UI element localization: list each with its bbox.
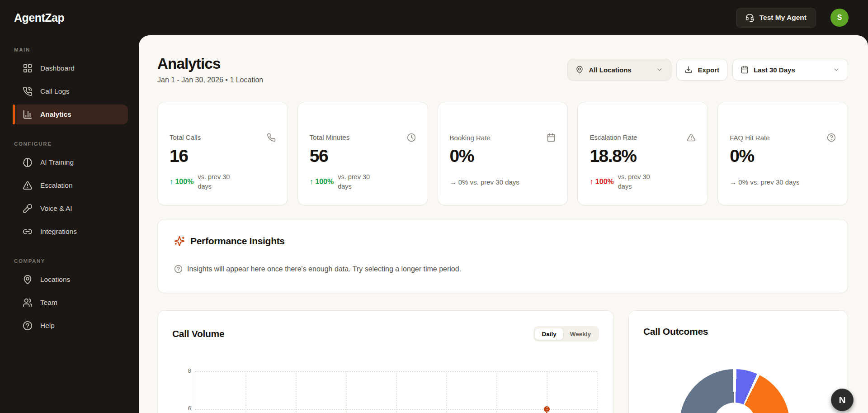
toggle-daily[interactable]: Daily: [535, 328, 563, 340]
page-subtitle: Jan 1 - Jan 30, 2026 • 1 Location: [157, 76, 263, 84]
nextjs-dev-badge[interactable]: N: [831, 389, 854, 411]
sidebar-item-label: Integrations: [40, 228, 77, 236]
plot-area: [195, 371, 597, 413]
stat-card-total-minutes: Total Minutes 56 ↑ 100% vs. prev 30 days: [297, 102, 428, 205]
sidebar-item-ai-training[interactable]: AI Training: [13, 152, 128, 172]
topbar-right: Test My Agent S: [736, 8, 849, 28]
stat-card-total-calls: Total Calls 16 ↑ 100% vs. prev 30 days: [157, 102, 288, 205]
sidebar-item-dashboard[interactable]: Dashboard: [13, 58, 128, 78]
insights-title: Performance Insights: [190, 236, 285, 247]
stat-card-faq-hit-rate: FAQ Hit Rate 0% → 0% vs. prev 30 days: [717, 102, 848, 205]
date-range-dropdown[interactable]: Last 30 Days: [732, 59, 848, 81]
app-logo: AgentZap: [14, 11, 64, 24]
sidebar-item-escalation[interactable]: Escalation: [13, 176, 128, 195]
sidebar-item-call-logs[interactable]: Call Logs: [13, 81, 128, 101]
sidebar-item-help[interactable]: Help: [13, 316, 128, 336]
calendar-icon: [741, 66, 749, 74]
sidebar-item-voice-ai[interactable]: Voice & AI: [13, 199, 128, 218]
alert-triangle-icon: [23, 180, 33, 190]
help-circle-icon: [174, 265, 183, 273]
stat-card-booking-rate: Booking Rate 0% → 0% vs. prev 30 days: [438, 102, 568, 205]
sidebar-item-label: AI Training: [40, 158, 74, 166]
gridline-x: [496, 371, 497, 413]
y-axis-tick: 8: [172, 367, 191, 374]
stat-value: 16: [170, 146, 276, 166]
location-filter-value: All Locations: [589, 66, 631, 74]
stat-value: 18.8%: [590, 146, 696, 166]
call-outcomes-card: Call Outcomes: [628, 310, 848, 413]
alert-triangle-icon: [687, 133, 696, 142]
stat-delta: → 0% vs. prev 30 days: [730, 178, 799, 186]
call-volume-toggle: Daily Weekly: [533, 326, 599, 342]
bar-chart-icon: [23, 109, 33, 119]
location-filter-dropdown[interactable]: All Locations: [567, 59, 671, 81]
call-volume-card: Call Volume Daily Weekly 8 6: [157, 310, 614, 413]
calendar-icon: [547, 133, 556, 142]
export-label: Export: [698, 66, 719, 74]
microphone-icon: [23, 204, 33, 214]
sidebar-item-label: Team: [40, 299, 57, 307]
call-outcomes-donut[interactable]: [679, 369, 790, 413]
toggle-weekly[interactable]: Weekly: [563, 328, 598, 340]
grid-icon: [23, 63, 33, 73]
brain-icon: [23, 157, 33, 167]
topbar: AgentZap Test My Agent S: [0, 0, 868, 35]
stat-label: Escalation Rate: [590, 133, 637, 141]
chevron-down-icon: [656, 66, 663, 73]
gridline-x: [346, 371, 347, 413]
sidebar-item-team[interactable]: Team: [13, 293, 128, 313]
charts-row: Call Volume Daily Weekly 8 6: [157, 310, 848, 413]
main-panel: Analytics Jan 1 - Jan 30, 2026 • 1 Locat…: [139, 35, 868, 413]
help-circle-icon: [827, 133, 836, 142]
sidebar-item-label: Call Logs: [40, 87, 70, 95]
sidebar-item-label: Help: [40, 322, 55, 330]
stat-value: 0%: [730, 146, 836, 166]
gridline-x: [597, 371, 598, 413]
call-volume-chart: 8 6: [172, 371, 599, 413]
sidebar-item-integrations[interactable]: Integrations: [13, 222, 128, 242]
call-outcomes-title: Call Outcomes: [643, 326, 708, 337]
stat-label: FAQ Hit Rate: [730, 134, 769, 142]
phone-call-icon: [23, 86, 33, 96]
link-icon: [23, 227, 33, 237]
sidebar-item-label: Escalation: [40, 181, 73, 190]
headset-icon: [745, 13, 755, 22]
gridline-x: [396, 371, 397, 413]
stat-label: Total Calls: [170, 133, 201, 141]
performance-insights-card: Performance Insights Insights will appea…: [157, 219, 848, 293]
page-header: Analytics Jan 1 - Jan 30, 2026 • 1 Locat…: [157, 55, 848, 84]
gridline-x: [446, 371, 447, 413]
sidebar-section-main: MAIN: [14, 47, 139, 52]
map-pin-icon: [576, 66, 584, 74]
stat-label: Total Minutes: [310, 133, 349, 141]
page-header-left: Analytics Jan 1 - Jan 30, 2026 • 1 Locat…: [157, 55, 263, 84]
gridline-x: [296, 371, 297, 413]
date-range-value: Last 30 Days: [754, 66, 795, 74]
stat-value: 56: [310, 146, 416, 166]
stat-delta-note: vs. prev 30 days: [198, 172, 241, 191]
stat-delta-note: vs. prev 30 days: [338, 172, 381, 191]
insights-empty-message: Insights will appear here once there's e…: [187, 265, 461, 273]
export-button[interactable]: Export: [676, 59, 727, 81]
sparkles-icon: [174, 236, 185, 247]
stat-delta: ↑ 100%: [590, 178, 613, 186]
header-controls: All Locations Export Last 30 Days: [567, 59, 848, 81]
stat-label: Booking Rate: [450, 134, 491, 142]
sidebar-item-locations[interactable]: Locations: [13, 270, 128, 290]
stat-delta-note: vs. prev 30 days: [618, 172, 661, 191]
sidebar: MAIN Dashboard Call Logs Analytics CONFI…: [0, 35, 139, 413]
shell: MAIN Dashboard Call Logs Analytics CONFI…: [0, 35, 868, 413]
chevron-down-icon: [833, 66, 840, 73]
stat-value: 0%: [450, 146, 556, 166]
stat-delta: ↑ 100%: [170, 178, 193, 186]
avatar[interactable]: S: [830, 9, 849, 27]
sidebar-item-analytics[interactable]: Analytics: [13, 104, 128, 124]
test-my-agent-label: Test My Agent: [760, 14, 807, 22]
gridline-x: [547, 371, 547, 413]
sidebar-item-label: Dashboard: [40, 64, 75, 72]
map-pin-icon: [23, 275, 33, 285]
stats-row: Total Calls 16 ↑ 100% vs. prev 30 days T…: [157, 102, 848, 205]
download-icon: [684, 66, 693, 74]
test-my-agent-button[interactable]: Test My Agent: [736, 8, 816, 28]
help-circle-icon: [23, 321, 33, 331]
